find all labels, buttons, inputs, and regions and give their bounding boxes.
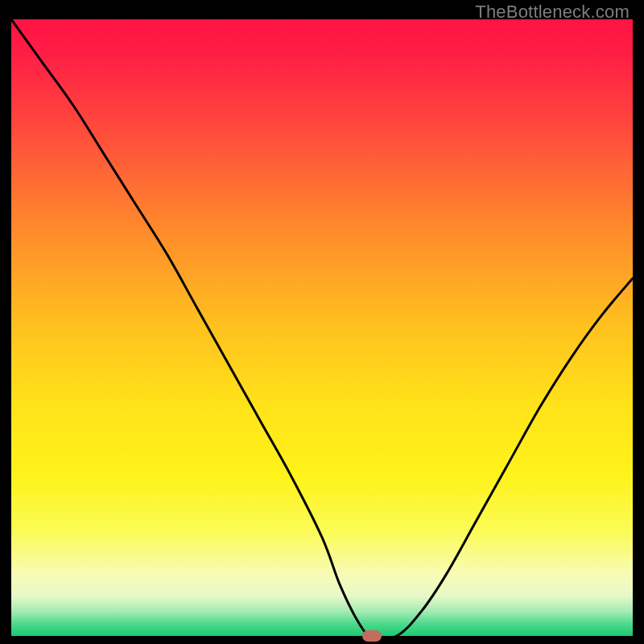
chart-frame: TheBottleneck.com bbox=[0, 0, 644, 644]
watermark-text: TheBottleneck.com bbox=[475, 2, 630, 23]
gradient-background bbox=[11, 19, 633, 636]
bottleneck-chart bbox=[11, 19, 633, 636]
optimal-point-marker bbox=[362, 630, 382, 642]
